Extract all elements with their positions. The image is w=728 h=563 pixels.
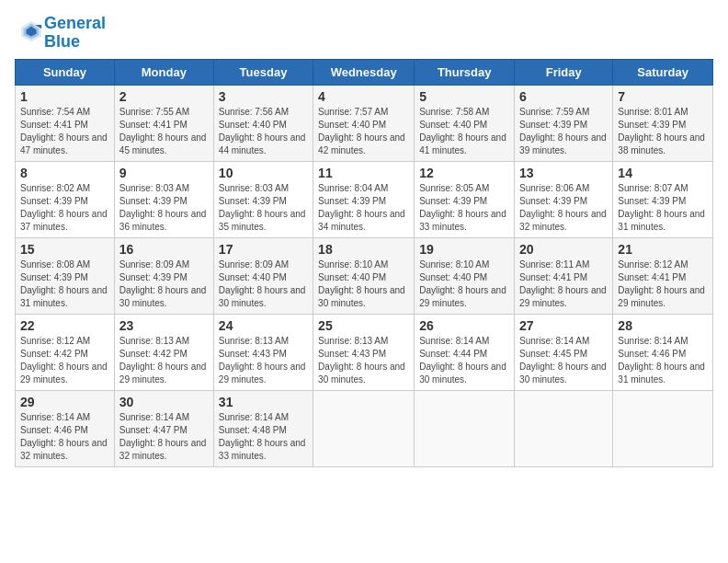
day-header-friday: Friday xyxy=(515,59,613,85)
calendar-cell: 21 Sunrise: 8:12 AM Sunset: 4:41 PM Dayl… xyxy=(613,237,713,314)
day-number: 12 xyxy=(419,166,509,180)
calendar-cell: 31 Sunrise: 8:14 AM Sunset: 4:48 PM Dayl… xyxy=(213,390,313,466)
calendar-cell: 11 Sunrise: 8:04 AM Sunset: 4:39 PM Dayl… xyxy=(313,161,415,237)
day-number: 6 xyxy=(519,89,608,104)
day-detail: Sunrise: 8:13 AM Sunset: 4:43 PM Dayligh… xyxy=(318,335,409,386)
calendar-cell xyxy=(313,390,415,466)
week-row-4: 22 Sunrise: 8:12 AM Sunset: 4:42 PM Dayl… xyxy=(16,314,713,390)
day-detail: Sunrise: 8:08 AM Sunset: 4:39 PM Dayligh… xyxy=(20,259,109,310)
day-header-sunday: Sunday xyxy=(16,59,115,85)
calendar-cell: 6 Sunrise: 7:59 AM Sunset: 4:39 PM Dayli… xyxy=(515,85,613,161)
day-detail: Sunrise: 8:12 AM Sunset: 4:42 PM Dayligh… xyxy=(20,335,109,386)
calendar-cell: 26 Sunrise: 8:14 AM Sunset: 4:44 PM Dayl… xyxy=(415,314,515,390)
calendar-cell xyxy=(515,390,613,466)
calendar-cell: 23 Sunrise: 8:13 AM Sunset: 4:42 PM Dayl… xyxy=(114,314,213,390)
day-detail: Sunrise: 8:10 AM Sunset: 4:40 PM Dayligh… xyxy=(419,259,509,310)
day-header-tuesday: Tuesday xyxy=(213,59,313,85)
day-number: 13 xyxy=(519,166,608,180)
day-detail: Sunrise: 8:07 AM Sunset: 4:39 PM Dayligh… xyxy=(618,182,708,234)
calendar-cell: 1 Sunrise: 7:54 AM Sunset: 4:41 PM Dayli… xyxy=(16,85,115,161)
day-header-saturday: Saturday xyxy=(613,59,713,85)
day-number: 21 xyxy=(618,242,708,257)
day-number: 3 xyxy=(219,89,308,104)
calendar-table: SundayMondayTuesdayWednesdayThursdayFrid… xyxy=(15,59,713,467)
day-detail: Sunrise: 8:13 AM Sunset: 4:42 PM Dayligh… xyxy=(119,335,209,386)
day-detail: Sunrise: 7:59 AM Sunset: 4:39 PM Dayligh… xyxy=(519,106,608,157)
day-number: 18 xyxy=(318,242,409,257)
day-detail: Sunrise: 8:03 AM Sunset: 4:39 PM Dayligh… xyxy=(219,182,308,234)
calendar-body: 1 Sunrise: 7:54 AM Sunset: 4:41 PM Dayli… xyxy=(16,85,713,466)
day-number: 30 xyxy=(119,395,209,409)
day-header-monday: Monday xyxy=(114,59,213,85)
calendar-cell: 2 Sunrise: 7:55 AM Sunset: 4:41 PM Dayli… xyxy=(114,85,213,161)
calendar-cell: 4 Sunrise: 7:57 AM Sunset: 4:40 PM Dayli… xyxy=(313,85,415,161)
day-detail: Sunrise: 7:54 AM Sunset: 4:41 PM Dayligh… xyxy=(20,106,109,157)
calendar-cell xyxy=(415,390,515,466)
day-number: 9 xyxy=(119,166,209,180)
calendar-cell xyxy=(613,390,713,466)
calendar-cell: 14 Sunrise: 8:07 AM Sunset: 4:39 PM Dayl… xyxy=(613,161,713,237)
day-number: 11 xyxy=(318,166,409,180)
day-detail: Sunrise: 8:10 AM Sunset: 4:40 PM Dayligh… xyxy=(318,259,409,310)
day-detail: Sunrise: 7:55 AM Sunset: 4:41 PM Dayligh… xyxy=(119,106,209,157)
day-number: 28 xyxy=(618,318,708,333)
day-detail: Sunrise: 8:11 AM Sunset: 4:41 PM Dayligh… xyxy=(519,259,608,310)
day-detail: Sunrise: 8:05 AM Sunset: 4:39 PM Dayligh… xyxy=(419,182,509,234)
day-detail: Sunrise: 8:13 AM Sunset: 4:43 PM Dayligh… xyxy=(219,335,308,386)
day-detail: Sunrise: 8:12 AM Sunset: 4:41 PM Dayligh… xyxy=(618,259,708,310)
day-detail: Sunrise: 7:57 AM Sunset: 4:40 PM Dayligh… xyxy=(318,106,409,157)
week-row-3: 15 Sunrise: 8:08 AM Sunset: 4:39 PM Dayl… xyxy=(16,237,713,314)
calendar-cell: 19 Sunrise: 8:10 AM Sunset: 4:40 PM Dayl… xyxy=(415,237,515,314)
day-detail: Sunrise: 7:56 AM Sunset: 4:40 PM Dayligh… xyxy=(219,106,308,157)
logo-text: General Blue xyxy=(44,15,106,52)
calendar-cell: 13 Sunrise: 8:06 AM Sunset: 4:39 PM Dayl… xyxy=(515,161,613,237)
day-detail: Sunrise: 8:14 AM Sunset: 4:44 PM Dayligh… xyxy=(419,335,509,386)
calendar-cell: 30 Sunrise: 8:14 AM Sunset: 4:47 PM Dayl… xyxy=(114,390,213,466)
day-number: 24 xyxy=(219,318,308,333)
day-number: 16 xyxy=(119,242,209,257)
calendar-cell: 8 Sunrise: 8:02 AM Sunset: 4:39 PM Dayli… xyxy=(16,161,115,237)
day-number: 10 xyxy=(219,166,308,180)
day-detail: Sunrise: 8:02 AM Sunset: 4:39 PM Dayligh… xyxy=(20,182,109,234)
day-detail: Sunrise: 8:04 AM Sunset: 4:39 PM Dayligh… xyxy=(318,182,409,234)
day-number: 15 xyxy=(20,242,109,257)
day-number: 8 xyxy=(20,166,109,180)
day-detail: Sunrise: 8:03 AM Sunset: 4:39 PM Dayligh… xyxy=(119,182,209,234)
calendar-cell: 7 Sunrise: 8:01 AM Sunset: 4:39 PM Dayli… xyxy=(613,85,713,161)
logo: General Blue xyxy=(15,15,106,52)
day-number: 27 xyxy=(519,318,608,333)
calendar-cell: 20 Sunrise: 8:11 AM Sunset: 4:41 PM Dayl… xyxy=(515,237,613,314)
day-detail: Sunrise: 8:14 AM Sunset: 4:46 PM Dayligh… xyxy=(20,411,109,463)
calendar-header-row: SundayMondayTuesdayWednesdayThursdayFrid… xyxy=(16,59,713,85)
week-row-2: 8 Sunrise: 8:02 AM Sunset: 4:39 PM Dayli… xyxy=(16,161,713,237)
day-number: 17 xyxy=(219,242,308,257)
day-number: 5 xyxy=(419,89,509,104)
calendar-cell: 22 Sunrise: 8:12 AM Sunset: 4:42 PM Dayl… xyxy=(16,314,115,390)
day-number: 2 xyxy=(119,89,209,104)
calendar-cell: 17 Sunrise: 8:09 AM Sunset: 4:40 PM Dayl… xyxy=(213,237,313,314)
day-detail: Sunrise: 8:06 AM Sunset: 4:39 PM Dayligh… xyxy=(519,182,608,234)
header: General Blue xyxy=(15,15,713,52)
day-detail: Sunrise: 8:14 AM Sunset: 4:45 PM Dayligh… xyxy=(519,335,608,386)
day-number: 19 xyxy=(419,242,509,257)
calendar-cell: 18 Sunrise: 8:10 AM Sunset: 4:40 PM Dayl… xyxy=(313,237,415,314)
calendar-cell: 29 Sunrise: 8:14 AM Sunset: 4:46 PM Dayl… xyxy=(16,390,115,466)
day-number: 1 xyxy=(20,89,109,104)
calendar-cell: 16 Sunrise: 8:09 AM Sunset: 4:39 PM Dayl… xyxy=(114,237,213,314)
calendar-cell: 25 Sunrise: 8:13 AM Sunset: 4:43 PM Dayl… xyxy=(313,314,415,390)
day-header-wednesday: Wednesday xyxy=(313,59,415,85)
day-header-thursday: Thursday xyxy=(415,59,515,85)
day-number: 20 xyxy=(519,242,608,257)
day-number: 26 xyxy=(419,318,509,333)
day-detail: Sunrise: 7:58 AM Sunset: 4:40 PM Dayligh… xyxy=(419,106,509,157)
day-detail: Sunrise: 8:14 AM Sunset: 4:46 PM Dayligh… xyxy=(618,335,708,386)
calendar-cell: 28 Sunrise: 8:14 AM Sunset: 4:46 PM Dayl… xyxy=(613,314,713,390)
day-detail: Sunrise: 8:09 AM Sunset: 4:39 PM Dayligh… xyxy=(119,259,209,310)
day-number: 31 xyxy=(219,395,308,409)
calendar-cell: 12 Sunrise: 8:05 AM Sunset: 4:39 PM Dayl… xyxy=(415,161,515,237)
day-detail: Sunrise: 8:14 AM Sunset: 4:48 PM Dayligh… xyxy=(219,411,308,463)
logo-icon xyxy=(18,18,44,44)
calendar-cell: 10 Sunrise: 8:03 AM Sunset: 4:39 PM Dayl… xyxy=(213,161,313,237)
calendar-cell: 9 Sunrise: 8:03 AM Sunset: 4:39 PM Dayli… xyxy=(114,161,213,237)
week-row-5: 29 Sunrise: 8:14 AM Sunset: 4:46 PM Dayl… xyxy=(16,390,713,466)
